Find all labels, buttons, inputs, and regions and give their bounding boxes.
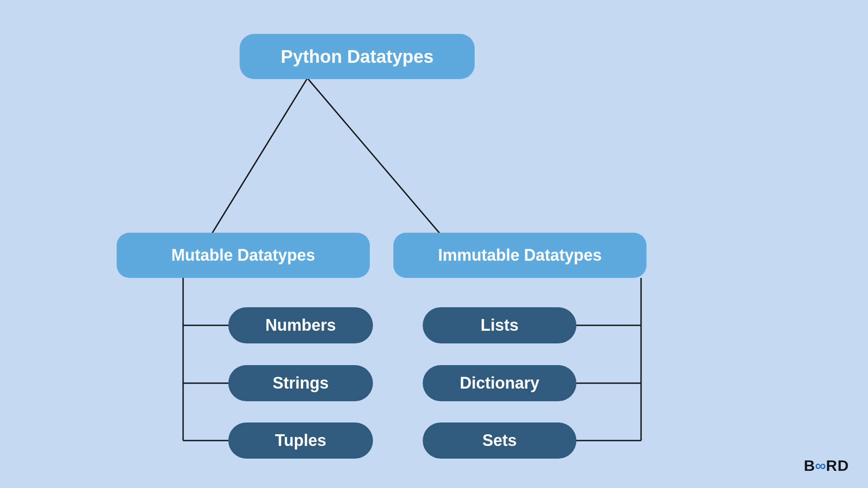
leaf-numbers: Numbers xyxy=(228,307,373,343)
category-immutable: Immutable Datatypes xyxy=(393,233,646,278)
category-mutable: Mutable Datatypes xyxy=(117,233,370,278)
leaf-sets: Sets xyxy=(423,422,576,459)
root-node: Python Datatypes xyxy=(240,34,475,79)
svg-line-1 xyxy=(307,78,440,234)
leaf-tuples: Tuples xyxy=(228,422,373,459)
leaf-strings: Strings xyxy=(228,365,373,401)
svg-line-0 xyxy=(212,78,307,234)
logo-text-right: RD xyxy=(826,457,849,474)
leaf-dictionary: Dictionary xyxy=(423,365,576,401)
infinity-icon: ∞ xyxy=(815,457,826,474)
logo-text-left: B xyxy=(804,457,816,474)
leaf-lists: Lists xyxy=(423,307,576,343)
diagram-canvas: Python Datatypes Mutable Datatypes Immut… xyxy=(0,0,868,488)
brand-logo: B ∞ RD xyxy=(804,457,849,474)
